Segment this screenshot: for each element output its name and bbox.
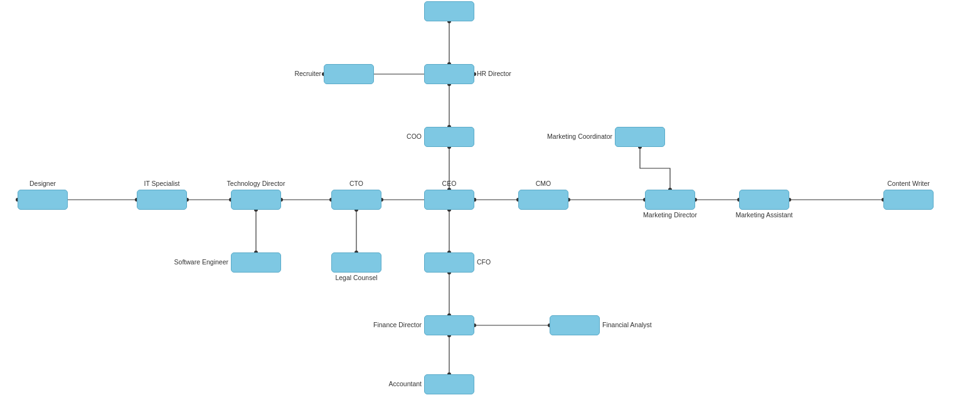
node-box-ceo[interactable] bbox=[424, 190, 474, 210]
node-box-finance_director[interactable] bbox=[424, 315, 474, 335]
node-label-cmo: CMO bbox=[536, 180, 551, 187]
node-box-designer[interactable] bbox=[18, 190, 68, 210]
node-box-accountant[interactable] bbox=[424, 374, 474, 394]
node-label-marketing_dir: Marketing Director bbox=[643, 211, 697, 219]
node-box-software_engineer[interactable] bbox=[231, 252, 281, 273]
node-label-legal_counsel: Legal Counsel bbox=[335, 274, 377, 281]
node-label-recruiter: Recruiter bbox=[294, 70, 321, 77]
org-chart: HR AssistantHR DirectorRecruiterCOOMarke… bbox=[0, 0, 980, 417]
node-label-accountant: Accountant bbox=[388, 380, 422, 387]
node-box-technology_dir[interactable] bbox=[231, 190, 281, 210]
node-label-software_engineer: Software Engineer bbox=[174, 258, 228, 266]
node-label-cto: CTO bbox=[349, 180, 363, 187]
node-label-it_specialist: IT Specialist bbox=[144, 180, 180, 187]
node-box-hr_assistant[interactable] bbox=[424, 1, 474, 21]
node-label-marketing_coord: Marketing Coordinator bbox=[547, 133, 612, 140]
node-label-marketing_asst: Marketing Assistant bbox=[735, 211, 792, 219]
node-box-content_writer[interactable] bbox=[883, 190, 934, 210]
node-box-marketing_coord[interactable] bbox=[615, 127, 665, 147]
node-label-financial_analyst: Financial Analyst bbox=[602, 321, 652, 328]
node-box-hr_director[interactable] bbox=[424, 64, 474, 84]
node-box-cfo[interactable] bbox=[424, 252, 474, 273]
node-box-recruiter[interactable] bbox=[324, 64, 374, 84]
node-label-designer: Designer bbox=[29, 180, 56, 187]
node-box-it_specialist[interactable] bbox=[137, 190, 187, 210]
node-label-content_writer: Content Writer bbox=[887, 180, 930, 187]
node-box-legal_counsel[interactable] bbox=[331, 252, 381, 273]
node-label-coo: COO bbox=[407, 133, 422, 140]
node-box-financial_analyst[interactable] bbox=[550, 315, 600, 335]
node-label-cfo: CFO bbox=[477, 258, 491, 266]
node-label-hr_director: HR Director bbox=[477, 70, 511, 77]
node-box-marketing_asst[interactable] bbox=[739, 190, 789, 210]
node-box-marketing_dir[interactable] bbox=[645, 190, 695, 210]
node-box-cto[interactable] bbox=[331, 190, 381, 210]
node-box-cmo[interactable] bbox=[518, 190, 568, 210]
node-label-finance_director: Finance Director bbox=[373, 321, 422, 328]
node-box-coo[interactable] bbox=[424, 127, 474, 147]
node-label-ceo: CEO bbox=[442, 180, 457, 187]
node-label-technology_dir: Technology Director bbox=[227, 180, 285, 187]
